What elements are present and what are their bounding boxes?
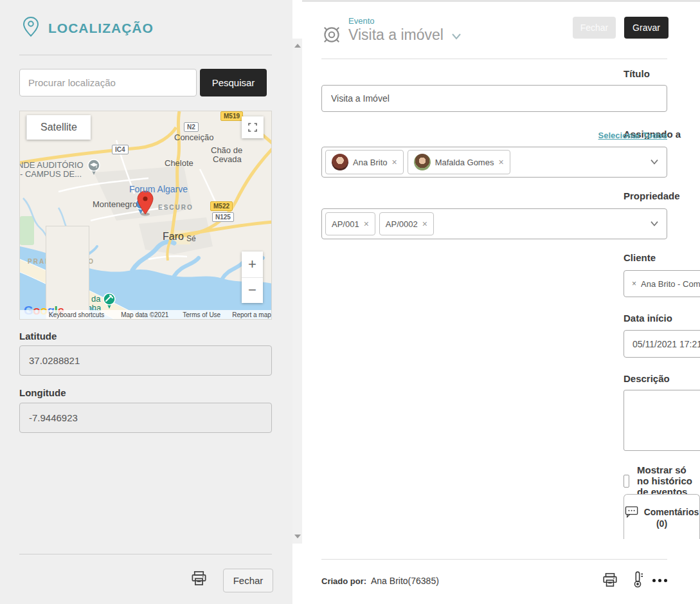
remove-chip-icon[interactable]: ×	[422, 219, 427, 229]
created-by-value: Ana Brito(76385)	[371, 576, 439, 586]
location-panel: LOCALIZAÇÃO Pesquisar	[0, 0, 292, 604]
dot	[664, 579, 667, 582]
event-form-panel: Evento Visita a imóvel Fechar Gravar Tít…	[302, 0, 700, 604]
divider	[321, 559, 667, 560]
history-checkbox-label: Mostrar só no histórico de eventos	[637, 464, 700, 497]
dot	[652, 579, 656, 582]
terms-of-use-link[interactable]: Terms of Use	[183, 311, 220, 318]
road-badge-n2: N2	[184, 122, 199, 132]
save-button[interactable]: Gravar	[624, 17, 669, 39]
assigned-multiselect[interactable]: Ana Brito × Mafalda Gomes ×	[321, 147, 667, 178]
map-label-chelote: Chelote	[165, 158, 193, 168]
location-pin-icon	[21, 15, 40, 41]
scroll-down-arrow-icon[interactable]	[294, 535, 301, 538]
assigned-chip: Mafalda Gomes ×	[408, 150, 510, 174]
print-button[interactable]	[602, 572, 618, 591]
property-label: Propriedade	[624, 190, 680, 201]
chip-name: Ana Brito	[353, 158, 387, 167]
divider	[19, 55, 272, 55]
map-attribution-bar: Keyboard shortcuts Map data ©2021 Terms …	[20, 310, 271, 319]
panel-close-button[interactable]: Fechar	[223, 569, 273, 592]
chip-name: AP/001	[332, 219, 359, 229]
history-checkbox[interactable]	[624, 475, 629, 488]
map-label-se: Sé	[186, 234, 196, 243]
longitude-input[interactable]	[19, 403, 272, 433]
close-button[interactable]: Fechar	[573, 17, 616, 39]
more-options-button[interactable]	[652, 579, 667, 582]
thermometer-icon	[629, 571, 646, 589]
start-date-input[interactable]: 05/11/2021 17:21	[624, 330, 700, 358]
report-map-error-link[interactable]: Report a map error	[232, 311, 272, 318]
map-type-control: Map Satellite	[26, 115, 91, 140]
tab-count: (0)	[656, 518, 667, 529]
comments-icon	[625, 506, 639, 518]
map-label-conceicao: Conceição	[174, 133, 213, 142]
longitude-label: Longitude	[19, 387, 66, 398]
property-chip: AP/001 ×	[325, 212, 375, 235]
tab-comments[interactable]: Comentários (0)	[624, 494, 700, 539]
event-type-label: Evento	[348, 16, 374, 26]
zoom-in-button[interactable]: +	[242, 252, 263, 278]
fullscreen-button[interactable]	[242, 116, 264, 138]
road-badge-m522: M522	[210, 201, 233, 211]
map-label-montenegro: Montenegro	[93, 199, 137, 209]
divider	[19, 554, 272, 554]
printer-icon	[190, 570, 208, 587]
assigned-chip: Ana Brito ×	[325, 150, 404, 174]
scroll-up-arrow-icon[interactable]	[294, 44, 301, 48]
road-badge-n125: N125	[212, 212, 234, 222]
map-data-text: Map data ©2021	[121, 311, 168, 318]
panel-scrollbar[interactable]	[292, 39, 302, 544]
divider	[321, 59, 667, 59]
zoom-out-button[interactable]: −	[242, 278, 263, 304]
avatar	[414, 154, 431, 170]
map-label-campus: - CAMPUS DE...	[20, 169, 82, 179]
client-value: Ana Brito - Compradora	[641, 279, 700, 289]
remove-icon[interactable]: ×	[632, 279, 636, 288]
chevron-down-icon[interactable]	[650, 156, 659, 168]
location-panel-header: LOCALIZAÇÃO	[21, 15, 154, 41]
avatar	[332, 154, 348, 170]
remove-chip-icon[interactable]: ×	[364, 219, 369, 229]
temperature-button[interactable]	[629, 571, 646, 591]
titulo-label: Título	[624, 68, 650, 79]
road-badge-m519: M519	[220, 111, 243, 121]
location-panel-title: LOCALIZAÇÃO	[48, 21, 154, 36]
description-label: Descrição	[624, 373, 670, 384]
property-multiselect[interactable]: AP/001 × AP/0002 ×	[321, 208, 667, 239]
chevron-down-icon[interactable]	[650, 218, 659, 230]
created-by-label: Criado por:	[321, 576, 366, 586]
start-date-value: 05/11/2021 17:21	[624, 331, 700, 357]
dot	[658, 579, 661, 582]
fullscreen-icon	[247, 122, 258, 133]
history-checkbox-row: Mostrar só no histórico de eventos	[624, 464, 700, 497]
map-label-escuro: ESCURO	[158, 204, 193, 211]
event-type-icon	[320, 23, 343, 49]
chip-name: Mafalda Gomes	[435, 158, 494, 167]
tab-label: Comentários	[644, 507, 699, 517]
keyboard-shortcuts-link[interactable]: Keyboard shortcuts	[49, 311, 104, 318]
map-label-faro: Faro	[163, 231, 184, 243]
printer-icon	[602, 572, 618, 589]
search-button[interactable]: Pesquisar	[200, 69, 267, 96]
satellite-view-button[interactable]: Satellite	[26, 115, 91, 140]
remove-chip-icon[interactable]: ×	[498, 157, 503, 167]
latitude-input[interactable]	[19, 345, 272, 376]
start-date-label: Data início	[624, 313, 672, 324]
road-badge-ic4: IC4	[112, 145, 129, 154]
map-label-forum-algarve: Forum Algarve	[129, 184, 188, 194]
chip-name: AP/0002	[386, 219, 418, 229]
titulo-input[interactable]	[321, 85, 667, 112]
print-button[interactable]	[190, 570, 208, 590]
chevron-down-icon	[451, 33, 462, 41]
remove-chip-icon[interactable]: ×	[391, 157, 397, 167]
map-zoom-control: + −	[242, 252, 263, 303]
client-select[interactable]: × Ana Brito - Compradora	[624, 270, 700, 297]
description-textarea[interactable]	[624, 390, 700, 451]
map-label-chao-de: Chão de	[211, 145, 242, 155]
search-location-input[interactable]	[19, 69, 197, 96]
client-label: Cliente	[624, 252, 656, 263]
select-all-link[interactable]: Selecionar Todos	[598, 131, 667, 140]
google-map[interactable]: M519 N2 IC4 M522 N125 Conceição Chão de …	[19, 111, 272, 320]
event-title-dropdown[interactable]: Visita a imóvel	[348, 26, 462, 44]
